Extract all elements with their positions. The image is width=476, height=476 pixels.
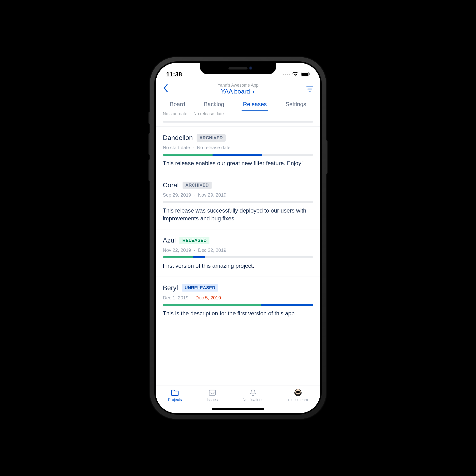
progress-bar [163,121,313,122]
release-row[interactable]: Dandelion ARCHIVED No start date - No re… [156,127,320,174]
board-selector[interactable]: YAA board ▼ [221,88,255,95]
tab-board[interactable]: Board [168,100,186,111]
tabbar-mobileteam[interactable]: mobileteam [288,389,308,402]
release-name: Coral [163,181,179,189]
tabbar-label: mobileteam [288,398,308,402]
mute-switch [149,112,151,124]
release-dates: Nov 22, 2019 - Dec 22, 2019 [163,248,313,253]
nav-header: Yann's Awesome App YAA board ▼ [156,80,320,97]
battery-icon [301,72,310,76]
releases-list[interactable]: No start date - No release date Dandelio… [156,111,320,386]
phone-frame: 11:38 Yann's Awesome App [150,57,326,419]
tabbar-label: Projects [168,398,182,402]
status-indicators [283,72,310,77]
tabbar-label: Notifications [242,398,263,402]
volume-down-btn [149,159,151,181]
release-row-partial[interactable]: No start date - No release date [156,111,320,127]
partial-start-date: No start date [163,111,187,116]
tab-releases[interactable]: Releases [241,100,268,111]
screen: 11:38 Yann's Awesome App [156,63,320,413]
release-dates: No start date - No release date [163,145,313,151]
release-name: Azul [163,237,176,244]
tabbar-label: Issues [207,398,218,402]
status-badge: UNRELEASED [182,284,218,291]
cellular-dots-icon [283,74,290,75]
power-btn [325,140,327,174]
release-name: Dandelion [163,134,193,142]
release-name: Beryl [163,284,178,292]
project-subtitle: Yann's Awesome App [172,83,304,88]
progress-bar [163,256,313,258]
chevron-down-icon: ▼ [252,90,255,94]
board-title-label: YAA board [221,88,250,95]
avatar-icon [294,389,302,396]
tab-backlog[interactable]: Backlog [202,100,225,111]
volume-up-btn [149,133,151,155]
notch [200,63,276,74]
tray-icon [208,389,216,396]
release-dates: Dec 1, 2019 - Dec 5, 2019 [163,295,313,301]
back-button[interactable] [163,84,172,95]
home-indicator[interactable] [212,408,264,410]
folder-icon [171,389,179,396]
partial-end-date: No release date [193,111,224,116]
svg-rect-1 [302,73,308,76]
progress-bar [163,154,313,156]
tabbar-notifications[interactable]: Notifications [242,389,263,402]
release-dates: Sep 29, 2019 - Nov 29, 2019 [163,192,313,198]
status-badge: ARCHIVED [183,182,212,189]
tabbar-issues[interactable]: Issues [207,389,218,402]
release-row[interactable]: Beryl UNRELEASED Dec 1, 2019 - Dec 5, 20… [156,277,320,324]
release-description: First version of this amazing project. [163,262,313,270]
bell-icon [249,389,257,396]
tab-settings[interactable]: Settings [284,100,308,111]
status-time: 11:38 [166,71,182,78]
tab-bar: BoardBacklogReleasesSettings [156,97,320,111]
release-row[interactable]: Azul RELEASED Nov 22, 2019 - Dec 22, 201… [156,229,320,277]
release-description: This release enables our great new filte… [163,159,313,167]
progress-bar [163,201,313,203]
progress-bar [163,304,313,306]
release-description: This release was successfully deployed t… [163,207,313,222]
svg-rect-2 [309,73,310,75]
release-description: This is the description for the first ve… [163,310,313,317]
wifi-icon [292,72,298,77]
status-badge: RELEASED [179,237,209,244]
tabbar-projects[interactable]: Projects [168,389,182,402]
status-badge: ARCHIVED [197,134,226,142]
filter-button[interactable] [304,86,313,92]
filter-icon [306,86,313,92]
release-row[interactable]: Coral ARCHIVED Sep 29, 2019 - Nov 29, 20… [156,174,320,229]
